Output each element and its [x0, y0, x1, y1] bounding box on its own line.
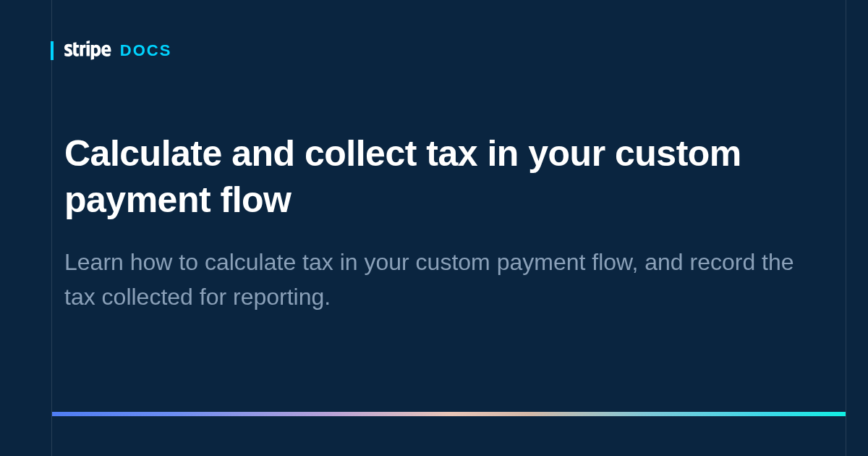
accent-bar	[51, 41, 54, 60]
gradient-bar	[52, 412, 846, 416]
header: DOCS	[64, 41, 171, 60]
docs-label: DOCS	[120, 41, 172, 60]
stripe-logo	[64, 41, 111, 60]
decorative-line-left	[51, 0, 52, 456]
content-area: Calculate and collect tax in your custom…	[64, 130, 803, 314]
page-subtitle: Learn how to calculate tax in your custo…	[64, 245, 803, 314]
page-title: Calculate and collect tax in your custom…	[64, 130, 803, 223]
decorative-line-right	[846, 0, 846, 456]
